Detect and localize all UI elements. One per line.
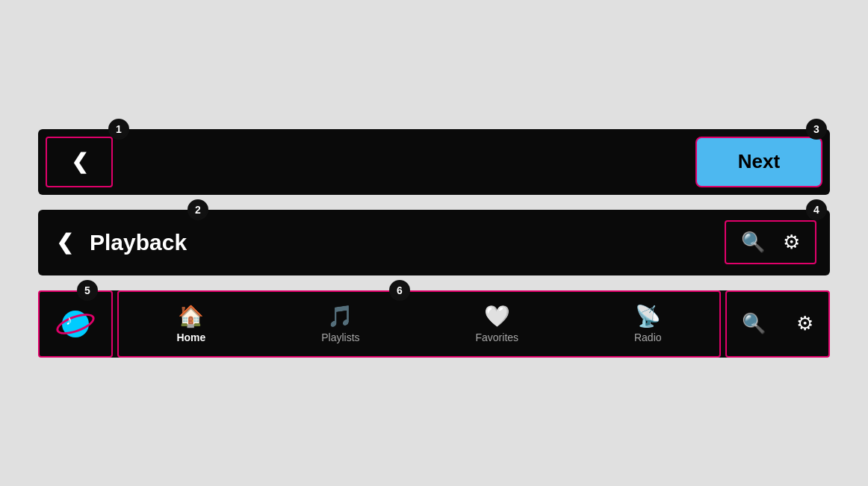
favorites-icon: 🤍 <box>484 304 510 328</box>
bottom-nav-bar: ♪ 🏠 Home 🎵 Playlists 🤍 Favorites 📡 <box>38 290 830 358</box>
page-title: Playback <box>90 230 187 255</box>
badge-6: 6 <box>389 280 410 301</box>
back-button-top[interactable]: ❮ <box>46 137 113 187</box>
middle-bar: ❮ Playback 🔍 ⚙ <box>38 210 830 275</box>
search-icon-mid: 🔍 <box>741 231 765 254</box>
badge-4: 4 <box>806 199 827 220</box>
badge-2: 2 <box>187 199 208 220</box>
logo-section: ♪ <box>38 290 113 358</box>
nav-item-favorites[interactable]: 🤍 Favorites <box>457 292 536 356</box>
chevron-left-icon-mid: ❮ <box>56 230 73 255</box>
nav-item-radio[interactable]: 📡 Radio <box>616 292 680 356</box>
home-label: Home <box>176 331 205 343</box>
search-button-mid[interactable]: 🔍 <box>734 228 772 257</box>
nav-item-playlists[interactable]: 🎵 Playlists <box>303 292 377 356</box>
radio-icon: 📡 <box>635 304 661 328</box>
home-icon: 🏠 <box>178 304 204 328</box>
search-icon-nav: 🔍 <box>742 312 766 335</box>
badge-1: 1 <box>108 119 129 140</box>
middle-left: ❮ Playback <box>52 225 187 259</box>
next-label: Next <box>738 150 780 173</box>
nav-items: 🏠 Home 🎵 Playlists 🤍 Favorites 📡 Radio <box>117 290 721 358</box>
next-button[interactable]: Next <box>695 137 822 187</box>
playlists-label: Playlists <box>321 331 359 343</box>
back-button-mid[interactable]: ❮ <box>52 225 78 259</box>
nav-item-home[interactable]: 🏠 Home <box>158 292 223 356</box>
badge-3: 3 <box>806 119 827 140</box>
chevron-left-icon: ❮ <box>71 149 88 174</box>
playlists-icon: 🎵 <box>327 304 353 328</box>
radio-label: Radio <box>634 331 662 343</box>
app-logo: ♪ <box>57 305 94 343</box>
favorites-label: Favorites <box>475 331 518 343</box>
middle-right-controls: 🔍 ⚙ <box>725 220 816 264</box>
gear-icon-nav: ⚙ <box>796 312 813 335</box>
music-note-icon: ♪ <box>66 313 72 328</box>
nav-right-controls: 🔍 ⚙ <box>725 290 830 358</box>
badge-5: 5 <box>77 280 98 301</box>
settings-button-nav[interactable]: ⚙ <box>789 309 821 338</box>
search-button-nav[interactable]: 🔍 <box>734 309 773 338</box>
settings-button-mid[interactable]: ⚙ <box>775 228 807 257</box>
gear-icon-mid: ⚙ <box>783 231 800 254</box>
top-bar: ❮ Next <box>38 129 830 195</box>
